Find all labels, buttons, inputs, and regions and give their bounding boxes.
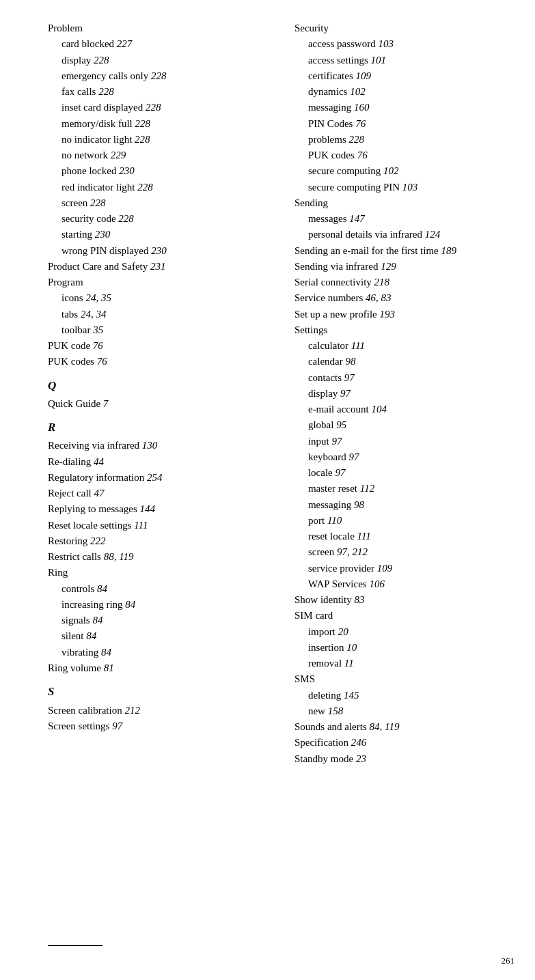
- entry-page-ref: 160: [354, 102, 370, 113]
- entry-page-ref: 35: [93, 324, 103, 335]
- entry-text: problems: [308, 134, 349, 145]
- entry-page-ref: 97: [344, 372, 355, 383]
- list-item: icons 24, 35: [48, 290, 274, 306]
- entry-text: port: [308, 515, 327, 526]
- entry-text: import: [308, 626, 338, 637]
- list-item: Screen calibration 212: [48, 703, 274, 718]
- entry-page-ref: 84: [101, 647, 111, 658]
- entry-page-ref: 97: [112, 720, 122, 731]
- entry-page-ref: 109: [356, 70, 372, 81]
- entry-text: calculator: [308, 340, 351, 351]
- entry-text: personal details via infrared: [308, 229, 425, 240]
- entry-page-ref: 144: [140, 503, 156, 514]
- page-number: 261: [502, 955, 515, 966]
- entry-page-ref: 228: [90, 197, 106, 208]
- left-column: Problemcard blocked 227display 228emerge…: [48, 20, 288, 953]
- list-item: port 110: [294, 513, 508, 529]
- list-item: display 97: [294, 386, 508, 402]
- list-item: PIN Codes 76: [294, 116, 508, 132]
- entry-page-ref: 84: [86, 630, 96, 641]
- entry-text: emergency calls only: [61, 70, 151, 81]
- entry-page-ref: 228: [349, 134, 365, 145]
- list-item: emergency calls only 228: [48, 68, 274, 84]
- entry-text: calendar: [308, 356, 346, 367]
- entry-page-ref: 229: [111, 150, 126, 160]
- list-item: calculator 111: [294, 338, 508, 354]
- list-item: messaging 98: [294, 497, 508, 513]
- list-item: S: [48, 683, 274, 701]
- entry-text: Restrict calls: [48, 551, 104, 562]
- entry-page-ref: 102: [350, 86, 366, 97]
- entry-text: toolbar: [61, 324, 93, 335]
- entry-page-ref: 129: [381, 261, 396, 272]
- entry-text: fax calls: [61, 86, 98, 97]
- entry-page-ref: 110: [327, 515, 342, 526]
- list-item: Service numbers 46, 83: [294, 290, 508, 306]
- entry-text: reset locale: [308, 531, 357, 542]
- entry-page-ref: 106: [369, 578, 385, 589]
- entry-text: Problem: [48, 23, 83, 33]
- entry-page-ref: 84: [92, 615, 102, 626]
- entry-page-ref: 98: [354, 499, 364, 510]
- list-item: keyboard 97: [294, 449, 508, 465]
- entry-page-ref: 76: [97, 356, 107, 367]
- entry-text: Specification: [294, 737, 351, 748]
- entry-page-ref: 7: [103, 398, 109, 409]
- entry-text: memory/disk full: [61, 118, 135, 129]
- entry-page-ref: 124: [425, 229, 441, 240]
- list-item: screen 97, 212: [294, 544, 508, 560]
- list-item: no network 229: [48, 148, 274, 163]
- list-item: secure computing PIN 103: [294, 180, 508, 195]
- list-item: tabs 24, 34: [48, 307, 274, 322]
- list-item: Replying to messages 144: [48, 501, 274, 517]
- list-item: Reset locale settings 111: [48, 518, 274, 533]
- entry-page-ref: 112: [360, 483, 374, 494]
- list-item: Settings: [294, 322, 508, 338]
- list-item: Sounds and alerts 84, 119: [294, 719, 508, 735]
- entry-page-ref: 83: [354, 594, 364, 605]
- entry-text: phone locked: [61, 165, 119, 176]
- entry-page-ref: 130: [142, 440, 158, 451]
- entry-text: no indicator light: [61, 134, 135, 145]
- list-item: SIM card: [294, 608, 508, 624]
- entry-text: removal: [308, 658, 344, 669]
- list-item: messaging 160: [294, 100, 508, 115]
- list-item: fax calls 228: [48, 84, 274, 100]
- entry-text: Security: [294, 23, 329, 33]
- entry-page-ref: 111: [351, 340, 365, 351]
- entry-page-ref: 228: [137, 182, 153, 193]
- entry-text: secure computing PIN: [308, 182, 402, 193]
- list-item: Q: [48, 377, 274, 395]
- list-item: silent 84: [48, 628, 274, 644]
- list-item: toolbar 35: [48, 322, 274, 338]
- list-item: increasing ring 84: [48, 597, 274, 613]
- entry-text: global: [308, 419, 336, 430]
- entry-text: access password: [308, 38, 378, 49]
- entry-text: Reset locale settings: [48, 520, 134, 531]
- entry-text: red indicator light: [61, 182, 137, 193]
- entry-page-ref: 44: [94, 456, 104, 467]
- entry-page-ref: 228: [135, 118, 151, 129]
- entry-page-ref: 111: [134, 520, 148, 531]
- entry-page-ref: 97: [332, 436, 342, 447]
- entry-page-ref: 228: [146, 102, 161, 113]
- list-item: calendar 98: [294, 354, 508, 369]
- list-item: secure computing 102: [294, 163, 508, 179]
- list-item: new 158: [294, 703, 508, 719]
- entry-text: insertion: [308, 642, 346, 653]
- list-item: card blocked 227: [48, 36, 274, 52]
- entry-page-ref: 97, 212: [337, 546, 368, 557]
- entry-text: wrong PIN displayed: [61, 245, 151, 256]
- entry-text: security code: [61, 213, 118, 224]
- list-item: Re-dialing 44: [48, 454, 274, 470]
- list-item: input 97: [294, 434, 508, 449]
- entry-text: Show identity: [294, 594, 355, 605]
- entry-page-ref: 47: [94, 488, 104, 499]
- list-item: security code 228: [48, 211, 274, 227]
- entry-page-ref: 84: [125, 599, 135, 610]
- list-item: e-mail account 104: [294, 402, 508, 417]
- entry-text: Screen calibration: [48, 705, 124, 716]
- list-item: display 228: [48, 53, 274, 68]
- entry-page-ref: 189: [441, 245, 456, 256]
- entry-text: screen: [61, 197, 90, 208]
